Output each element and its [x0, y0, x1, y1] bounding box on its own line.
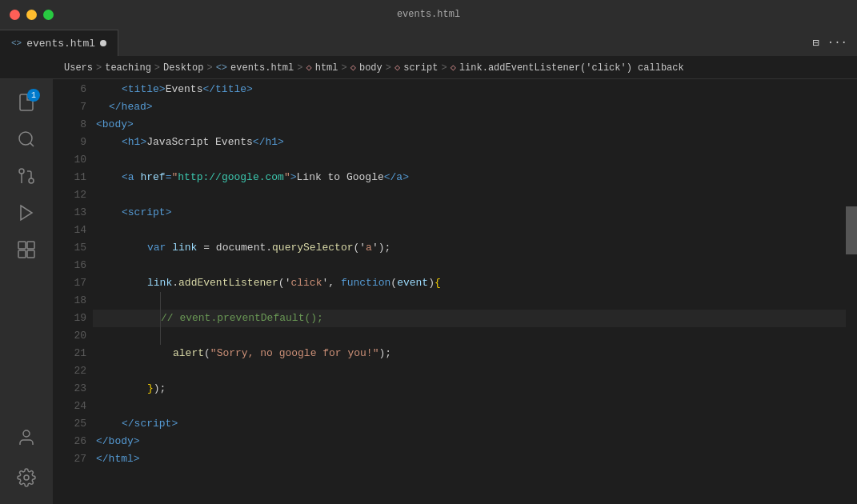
code-line-6: <title>Events</title>	[93, 81, 857, 98]
code-line-13: <script>	[93, 204, 857, 222]
svg-point-11	[24, 475, 29, 480]
breadcrumb-script[interactable]: ◇ script	[394, 62, 438, 74]
code-line-14	[93, 222, 857, 239]
tab-filename: events.html	[26, 38, 95, 50]
activity-run[interactable]	[10, 196, 43, 230]
code-line-27: </html>	[93, 450, 857, 468]
svg-rect-8	[18, 250, 26, 258]
code-area[interactable]: 6 7 8 9 10 11 12 13 14 15 16 17 18 19 20…	[53, 79, 857, 504]
code-line-24	[93, 398, 857, 415]
code-line-15: var link = document.querySelector('a');	[93, 239, 857, 257]
code-line-23: });	[93, 380, 857, 398]
svg-point-10	[23, 430, 30, 437]
code-line-17: link.addEventListener('click', function(…	[93, 274, 857, 292]
editor-area[interactable]: 6 7 8 9 10 11 12 13 14 15 16 17 18 19 20…	[53, 79, 857, 504]
activity-bottom	[10, 421, 43, 498]
title-bar: events.html	[0, 0, 857, 29]
svg-rect-9	[27, 250, 34, 258]
code-line-19: // event.preventDefault();	[93, 310, 857, 327]
activity-bar: 1	[0, 79, 53, 504]
minimize-button[interactable]	[26, 10, 37, 20]
code-content[interactable]: <title>Events</title> </head> <body> <h1…	[93, 79, 857, 504]
code-line-8: <body>	[93, 116, 857, 134]
svg-rect-6	[18, 242, 26, 249]
code-line-26: </body>	[93, 433, 857, 450]
activity-account[interactable]	[10, 421, 43, 454]
code-line-18	[93, 292, 857, 310]
svg-rect-7	[27, 242, 34, 249]
svg-point-0	[19, 132, 32, 145]
code-line-16	[93, 257, 857, 274]
split-editor-button[interactable]: ⊟	[812, 36, 819, 50]
activity-search[interactable]	[10, 122, 43, 156]
svg-point-2	[29, 178, 34, 183]
activity-settings[interactable]	[10, 461, 43, 494]
explorer-badge: 1	[27, 89, 40, 102]
window-title: events.html	[397, 9, 460, 20]
code-line-12	[93, 186, 857, 204]
scrollbar[interactable]	[846, 79, 857, 504]
code-line-25: </script>	[93, 415, 857, 433]
code-line-11: <a href="http://google.com">Link to Goog…	[93, 169, 857, 186]
tab-bar: <> events.html ⊟ ···	[0, 29, 857, 57]
code-line-22	[93, 362, 857, 380]
breadcrumb-users[interactable]: Users	[64, 62, 93, 74]
breadcrumb: Users > teaching > Desktop > <> events.h…	[0, 57, 857, 79]
breadcrumb-teaching[interactable]: teaching	[105, 62, 151, 74]
code-line-20	[93, 327, 857, 345]
code-line-7: </head>	[93, 98, 857, 116]
traffic-lights	[10, 10, 54, 20]
activity-explorer[interactable]: 1	[10, 86, 43, 119]
svg-marker-5	[21, 206, 32, 220]
breadcrumb-body[interactable]: ◇ body	[350, 62, 382, 74]
breadcrumb-callback[interactable]: ◇ link.addEventListener('click') callbac…	[451, 62, 684, 74]
scrollbar-thumb[interactable]	[846, 206, 857, 254]
breadcrumb-desktop[interactable]: Desktop	[163, 62, 203, 74]
svg-point-3	[19, 169, 24, 174]
tab-file-icon: <>	[11, 38, 22, 48]
main-area: 1	[0, 79, 857, 504]
close-button[interactable]	[10, 10, 20, 20]
code-line-9: <h1>JavaScript Events</h1>	[93, 134, 857, 151]
breadcrumb-file[interactable]: <> events.html	[216, 62, 294, 74]
breadcrumb-html[interactable]: ◇ html	[306, 62, 338, 74]
line-numbers: 6 7 8 9 10 11 12 13 14 15 16 17 18 19 20…	[53, 79, 93, 504]
tab-modified-indicator	[100, 40, 106, 46]
more-actions-button[interactable]: ···	[827, 36, 847, 50]
maximize-button[interactable]	[43, 10, 54, 20]
activity-extensions[interactable]	[10, 233, 43, 266]
activity-source-control[interactable]	[10, 159, 43, 193]
code-line-21: alert("Sorry, no google for you!");	[93, 345, 857, 362]
code-line-10	[93, 151, 857, 169]
svg-line-1	[30, 143, 34, 146]
tab-actions: ⊟ ···	[812, 36, 847, 50]
active-tab[interactable]: <> events.html	[0, 30, 118, 56]
